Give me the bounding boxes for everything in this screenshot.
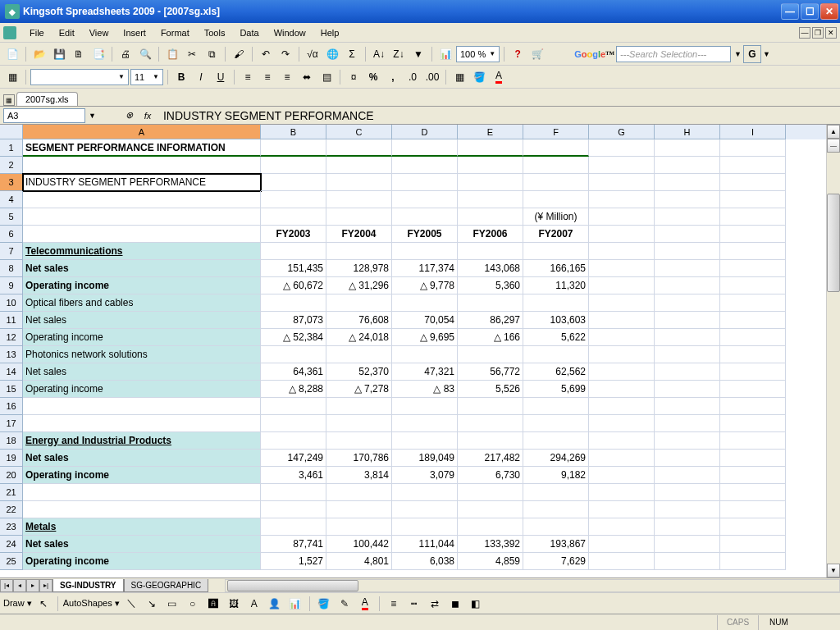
- menu-data[interactable]: Data: [233, 26, 265, 39]
- cell[interactable]: [458, 398, 523, 415]
- shop-icon[interactable]: 🛒: [528, 45, 546, 63]
- google-search-input[interactable]: ---Search Selection---: [616, 46, 731, 62]
- cell[interactable]: [261, 174, 326, 191]
- column-header-I[interactable]: I: [720, 125, 786, 139]
- cell[interactable]: [589, 415, 655, 432]
- cell[interactable]: [392, 294, 458, 312]
- sqrt-icon[interactable]: √α: [304, 45, 322, 63]
- cell[interactable]: [589, 260, 655, 277]
- cell[interactable]: [23, 191, 261, 208]
- cell[interactable]: 5,360: [458, 277, 523, 294]
- cell[interactable]: [458, 432, 523, 450]
- align-center-icon[interactable]: ≡: [258, 68, 276, 86]
- cell[interactable]: [392, 174, 458, 191]
- copy-icon[interactable]: ⧉: [203, 45, 221, 63]
- cell[interactable]: 62,562: [523, 363, 589, 381]
- cell[interactable]: [655, 363, 720, 381]
- cell[interactable]: [261, 208, 326, 226]
- cell[interactable]: [326, 191, 392, 208]
- cell[interactable]: [392, 157, 458, 174]
- cell[interactable]: [326, 398, 392, 415]
- wrap-text-icon[interactable]: ▤: [317, 68, 336, 86]
- row-header[interactable]: 14: [0, 363, 23, 381]
- save-icon[interactable]: 💾: [50, 45, 68, 63]
- cell[interactable]: [261, 346, 326, 363]
- cell[interactable]: Net sales: [23, 536, 261, 553]
- cell[interactable]: 170,786: [326, 450, 392, 467]
- cell[interactable]: [655, 501, 720, 518]
- cell[interactable]: [261, 415, 326, 432]
- dash-style-icon[interactable]: ┅: [405, 595, 423, 613]
- row-header[interactable]: 3: [0, 174, 23, 191]
- cell[interactable]: [261, 157, 326, 174]
- cell[interactable]: [655, 139, 720, 157]
- cell[interactable]: [458, 243, 523, 260]
- row-header[interactable]: 2: [0, 157, 23, 174]
- cell[interactable]: 4,801: [326, 553, 392, 570]
- menu-view[interactable]: View: [83, 26, 116, 39]
- cell[interactable]: 70,054: [392, 312, 458, 329]
- cell[interactable]: 294,269: [523, 450, 589, 467]
- align-left-icon[interactable]: ≡: [239, 68, 257, 86]
- hscroll-thumb[interactable]: [227, 580, 358, 591]
- cell[interactable]: [655, 329, 720, 346]
- export-icon[interactable]: 📑: [89, 45, 107, 63]
- formula-input[interactable]: INDUSTRY SEGMENT PERFORMANCE: [157, 109, 374, 122]
- fill-bucket-icon[interactable]: 🪣: [315, 595, 333, 613]
- italic-button[interactable]: I: [192, 68, 210, 86]
- cell[interactable]: 3,461: [261, 467, 326, 484]
- row-header[interactable]: 10: [0, 294, 23, 312]
- cell[interactable]: 56,772: [458, 363, 523, 381]
- cell[interactable]: Metals: [23, 518, 261, 536]
- textbox-icon[interactable]: 🅰: [204, 595, 222, 613]
- google-go-button[interactable]: G: [743, 45, 761, 63]
- redo-icon[interactable]: ↷: [276, 45, 294, 63]
- document-tab[interactable]: 2007sg.xls: [16, 92, 78, 106]
- cell[interactable]: Net sales: [23, 260, 261, 277]
- cell[interactable]: FY2004: [326, 226, 392, 243]
- cell[interactable]: [23, 415, 261, 432]
- cell[interactable]: [458, 157, 523, 174]
- cell[interactable]: [458, 174, 523, 191]
- cell[interactable]: [326, 484, 392, 501]
- cell[interactable]: [589, 346, 655, 363]
- cell[interactable]: [589, 157, 655, 174]
- column-header-D[interactable]: D: [392, 125, 458, 139]
- cell[interactable]: [392, 484, 458, 501]
- row-header[interactable]: 24: [0, 536, 23, 553]
- cell[interactable]: [261, 432, 326, 450]
- paste-icon[interactable]: 📋: [163, 45, 181, 63]
- scroll-up-icon[interactable]: ▲: [827, 125, 840, 139]
- cell[interactable]: [589, 501, 655, 518]
- cell[interactable]: [392, 208, 458, 226]
- tab-menu-icon[interactable]: ▦: [3, 94, 15, 106]
- cell[interactable]: [720, 381, 786, 398]
- cell[interactable]: [720, 536, 786, 553]
- cell[interactable]: [326, 174, 392, 191]
- sum-icon[interactable]: Σ: [343, 45, 361, 63]
- cell[interactable]: Telecommunications: [23, 243, 261, 260]
- cell[interactable]: [655, 432, 720, 450]
- cell[interactable]: [23, 398, 261, 415]
- cell[interactable]: [589, 381, 655, 398]
- cell[interactable]: [458, 484, 523, 501]
- cell[interactable]: [392, 415, 458, 432]
- row-header[interactable]: 23: [0, 518, 23, 536]
- cell[interactable]: [23, 501, 261, 518]
- font-size-combo[interactable]: 11▼: [130, 69, 163, 85]
- cell[interactable]: [720, 398, 786, 415]
- cell[interactable]: [458, 139, 523, 157]
- cell[interactable]: FY2005: [392, 226, 458, 243]
- cell[interactable]: [589, 363, 655, 381]
- column-header-B[interactable]: B: [261, 125, 326, 139]
- cell[interactable]: Operating income: [23, 329, 261, 346]
- cell[interactable]: △ 24,018: [326, 329, 392, 346]
- cell[interactable]: 217,482: [458, 450, 523, 467]
- line-color-icon[interactable]: ✎: [336, 595, 354, 613]
- doc-close-button[interactable]: ✕: [825, 27, 837, 39]
- cell[interactable]: [589, 553, 655, 570]
- row-header[interactable]: 22: [0, 501, 23, 518]
- cell[interactable]: 52,370: [326, 363, 392, 381]
- font-color2-icon[interactable]: A: [356, 595, 374, 613]
- cell[interactable]: [23, 226, 261, 243]
